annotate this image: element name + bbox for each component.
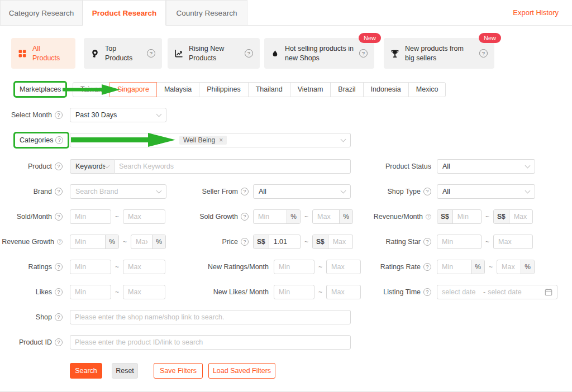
marketplace-brazil[interactable]: Brazil	[330, 82, 363, 97]
sold-growth-min-input[interactable]	[254, 210, 287, 223]
close-icon[interactable]: ×	[219, 136, 223, 144]
keywords-mode-value: Keywords	[75, 162, 105, 170]
likes-max-input[interactable]	[123, 285, 165, 299]
marketplace-mexico[interactable]: Mexico	[408, 82, 446, 97]
min-input-wrap	[274, 285, 314, 299]
help-icon[interactable]: ?	[55, 288, 63, 296]
percent-addon: %	[471, 260, 484, 274]
shop-input[interactable]	[70, 310, 350, 324]
ratings-rate-min-input[interactable]	[437, 260, 471, 274]
chevron-down-icon	[525, 162, 531, 168]
field-label-text: Product Status	[385, 162, 431, 170]
help-icon[interactable]: ?	[55, 162, 63, 170]
field-label-text: Ratings Rate	[380, 263, 421, 271]
tab-product-research[interactable]: Product Research	[83, 0, 166, 26]
sold-month-min-input[interactable]	[70, 210, 111, 223]
brand-select[interactable]: Search Brand	[70, 184, 166, 199]
rating-star-max-input[interactable]	[494, 235, 532, 248]
help-icon[interactable]: ?	[423, 238, 431, 246]
max-input-wrap	[123, 260, 165, 274]
search-keywords-input[interactable]	[115, 160, 350, 173]
seller-from-label: Seller From ?	[168, 184, 249, 199]
ratings-max-input[interactable]	[123, 260, 165, 274]
revenue-growth-max-input[interactable]	[131, 235, 152, 248]
revenue-growth-range: % ~ %	[70, 235, 166, 249]
help-icon[interactable]: ?	[55, 263, 63, 271]
product-id-input-wrap	[70, 335, 351, 350]
shop-input-wrap	[70, 310, 351, 324]
search-button[interactable]: Search	[70, 363, 102, 379]
help-icon[interactable]: ?	[55, 213, 63, 221]
listing-time-picker[interactable]: -	[437, 285, 557, 299]
field-label-text: Sold/Month	[17, 213, 52, 221]
ratings-rate-max-input[interactable]	[497, 260, 521, 274]
help-icon[interactable]: ?	[423, 188, 431, 195]
help-icon[interactable]: ?	[147, 49, 155, 58]
marketplace-indonesia[interactable]: Indonesia	[363, 82, 409, 97]
chevron-down-icon	[341, 136, 346, 142]
revenue-month-max-input[interactable]	[509, 210, 532, 223]
marketplace-singapore[interactable]: Singapore	[109, 82, 157, 97]
save-filters-button[interactable]: Save Filters	[154, 363, 203, 379]
product-type-top-products[interactable]: Top Products ?	[84, 38, 162, 69]
revenue-month-min-input[interactable]	[453, 210, 481, 223]
currency-addon: S$	[254, 235, 269, 248]
max-input-wrap	[123, 209, 165, 224]
product-type-new-products-big-sellers[interactable]: New New products from big sellers ?	[384, 38, 494, 69]
help-icon[interactable]: ?	[241, 238, 249, 246]
range-separator: ~	[318, 263, 322, 271]
product-status-select[interactable]: All	[437, 159, 535, 174]
help-icon[interactable]: ?	[55, 111, 63, 119]
marketplace-tab-bar: Taiwan Singapore Malaysia Philippines Th…	[73, 82, 446, 97]
tab-category-research[interactable]: Category Research	[0, 0, 83, 26]
help-icon[interactable]: ?	[55, 136, 63, 144]
price-min-input[interactable]	[269, 235, 300, 248]
product-status-value: All	[442, 162, 450, 170]
tab-country-research[interactable]: Country Research	[166, 0, 247, 26]
marketplace-malaysia[interactable]: Malaysia	[156, 82, 199, 97]
end-date-input[interactable]	[488, 285, 527, 299]
help-icon[interactable]: ?	[359, 49, 368, 58]
product-type-hot-selling-new-shops[interactable]: New Hot selling products in new Shops ?	[264, 38, 374, 69]
help-icon[interactable]: ?	[423, 263, 431, 271]
product-type-all-products[interactable]: All Products	[11, 38, 75, 69]
trend-chart-icon	[174, 49, 183, 58]
marketplace-taiwan[interactable]: Taiwan	[73, 82, 110, 97]
rating-star-min-input[interactable]	[437, 235, 481, 248]
new-ratings-min-input[interactable]	[274, 260, 314, 274]
help-icon[interactable]: ?	[55, 338, 63, 346]
marketplace-thailand[interactable]: Thailand	[248, 82, 290, 97]
help-icon[interactable]: ?	[423, 288, 431, 296]
export-history-link[interactable]: Export History	[513, 8, 559, 17]
revenue-growth-min-input[interactable]	[70, 235, 105, 248]
ratings-min-input[interactable]	[70, 260, 111, 274]
help-icon[interactable]: ?	[55, 188, 63, 195]
percent-addon: %	[105, 235, 118, 248]
calendar-icon[interactable]	[545, 288, 552, 296]
reset-button[interactable]: Reset	[112, 363, 138, 379]
marketplace-vietnam[interactable]: Vietnam	[290, 82, 331, 97]
help-icon[interactable]: ?	[55, 313, 63, 321]
help-icon[interactable]: ?	[245, 49, 253, 58]
product-type-label: All Products	[32, 44, 63, 63]
help-icon[interactable]: ?	[241, 188, 249, 195]
product-id-input[interactable]	[70, 336, 350, 349]
marketplace-philippines[interactable]: Philippines	[199, 82, 248, 97]
categories-dropdown[interactable]: Platform Standard Category Well Being ×	[70, 133, 351, 147]
shop-type-label: Shop Type ?	[335, 184, 431, 199]
help-icon[interactable]: ?	[241, 213, 249, 221]
field-label-text: Rating Star	[385, 238, 421, 246]
sold-month-max-input[interactable]	[123, 210, 165, 223]
ratings-range: ~	[70, 260, 165, 274]
likes-min-input[interactable]	[70, 285, 111, 299]
help-icon[interactable]: ?	[479, 49, 488, 58]
shop-type-select[interactable]: All	[437, 184, 535, 199]
help-icon[interactable]: ?	[426, 214, 431, 219]
load-saved-filters-button[interactable]: Load Saved Filters	[208, 363, 275, 379]
help-icon[interactable]: ?	[57, 239, 63, 245]
select-month-dropdown[interactable]: Past 30 Days	[70, 108, 166, 122]
product-type-rising-new-products[interactable]: Rising New Products ?	[168, 38, 260, 69]
keywords-mode-select[interactable]: Keywords	[70, 159, 115, 174]
new-likes-min-input[interactable]	[274, 285, 314, 299]
start-date-input[interactable]	[442, 285, 481, 299]
